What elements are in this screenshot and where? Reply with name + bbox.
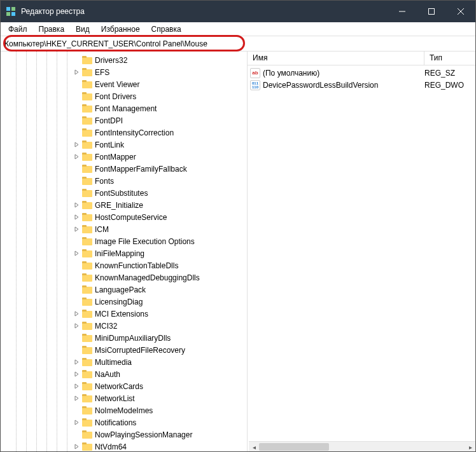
- expand-icon[interactable]: [72, 201, 81, 210]
- value-row[interactable]: 011 110DevicePasswordLessBuildVersionREG…: [248, 79, 475, 91]
- tree-node[interactable]: NaAuth: [1, 368, 247, 380]
- value-row[interactable]: ab(По умолчанию)REG_SZ: [248, 67, 475, 79]
- tree-node[interactable]: ICM: [1, 223, 247, 235]
- tree-node[interactable]: KnownFunctionTableDlls: [1, 259, 247, 271]
- tree-node-label: LicensingDiag: [95, 298, 143, 306]
- folder-icon: [82, 418, 92, 427]
- tree-node[interactable]: NowPlayingSessionManager: [1, 428, 247, 441]
- tree-node[interactable]: FontMapperFamilyFallback: [1, 163, 247, 175]
- value-type: REG_SZ: [424, 69, 475, 78]
- tree-node[interactable]: Drivers32: [1, 54, 247, 66]
- folder-icon: [82, 334, 92, 342]
- menu-help[interactable]: Справка: [146, 24, 186, 35]
- tree-panel[interactable]: Drivers32EFSEvent ViewerFont DriversFont…: [1, 51, 248, 451]
- tree-node[interactable]: NetworkList: [1, 392, 247, 404]
- expand-icon[interactable]: [72, 68, 81, 77]
- tree-node[interactable]: FontDPI: [1, 114, 247, 127]
- expand-icon[interactable]: [72, 249, 81, 258]
- tree-node[interactable]: NtVdm64: [1, 441, 247, 451]
- address-text: Компьютер\HKEY_CURRENT_USER\Control Pane…: [4, 39, 207, 48]
- col-type[interactable]: Тип: [424, 51, 475, 65]
- expand-icon[interactable]: [72, 322, 81, 331]
- expand-icon[interactable]: [72, 310, 81, 318]
- tree-node[interactable]: MCI32: [1, 320, 247, 332]
- folder-icon: [82, 406, 92, 414]
- app-icon: [6, 6, 16, 17]
- horizontal-scrollbar[interactable]: ◂ ▸: [249, 441, 475, 451]
- tree-node[interactable]: GRE_Initialize: [1, 199, 247, 211]
- folder-icon: [82, 92, 92, 100]
- tree-node-label: Fonts: [95, 177, 114, 186]
- scroll-thumb[interactable]: [259, 443, 329, 451]
- expand-icon[interactable]: [72, 442, 81, 451]
- tree-node[interactable]: Image File Execution Options: [1, 235, 247, 247]
- tree-node[interactable]: NetworkCards: [1, 380, 247, 392]
- minimize-button[interactable]: [388, 1, 417, 22]
- col-name[interactable]: Имя: [248, 51, 424, 65]
- tree-node[interactable]: KnownManagedDebuggingDlls: [1, 271, 247, 284]
- expand-icon[interactable]: [72, 225, 81, 234]
- tree-node[interactable]: MCI Extensions: [1, 308, 247, 320]
- folder-icon: [82, 153, 92, 161]
- tree-node[interactable]: FontLink: [1, 139, 247, 151]
- folder-icon: [82, 273, 92, 282]
- folder-icon: [82, 310, 92, 318]
- tree-node-label: HostComputeService: [95, 213, 167, 222]
- tree-node-label: MCI Extensions: [95, 310, 148, 318]
- tree-node-label: KnownFunctionTableDlls: [95, 261, 178, 270]
- folder-icon: [82, 177, 92, 185]
- expand-icon[interactable]: [72, 418, 81, 427]
- folder-icon: [82, 189, 92, 197]
- scroll-right-arrow[interactable]: ▸: [465, 442, 475, 452]
- svg-rect-2: [6, 12, 10, 16]
- tree-node[interactable]: FontSubstitutes: [1, 187, 247, 199]
- maximize-button[interactable]: [417, 1, 446, 22]
- tree-node-label: KnownManagedDebuggingDlls: [95, 273, 200, 282]
- expand-icon[interactable]: [72, 140, 81, 149]
- column-headers[interactable]: Имя Тип: [248, 51, 475, 65]
- menu-view[interactable]: Вид: [71, 24, 95, 35]
- tree-node[interactable]: IniFileMapping: [1, 247, 247, 259]
- expand-icon[interactable]: [72, 394, 81, 403]
- tree-node[interactable]: Font Management: [1, 102, 247, 114]
- tree-node[interactable]: HostComputeService: [1, 211, 247, 223]
- tree-node[interactable]: Fonts: [1, 175, 247, 187]
- tree-node-label: FontDPI: [95, 116, 123, 125]
- tree-node[interactable]: FontIntensityCorrection: [1, 127, 247, 139]
- menu-favorites[interactable]: Избранное: [96, 24, 145, 35]
- folder-icon: [82, 104, 92, 113]
- expand-icon[interactable]: [72, 370, 81, 379]
- tree-node[interactable]: EFS: [1, 66, 247, 78]
- close-button[interactable]: [446, 1, 475, 22]
- scroll-left-arrow[interactable]: ◂: [249, 442, 259, 452]
- tree-node[interactable]: NoImeModeImes: [1, 404, 247, 416]
- expand-icon[interactable]: [72, 153, 81, 161]
- tree-node-label: Font Management: [95, 104, 157, 113]
- tree-node[interactable]: Event Viewer: [1, 78, 247, 90]
- expand-icon[interactable]: [72, 358, 81, 367]
- expand-icon[interactable]: [72, 213, 81, 222]
- tree-node[interactable]: Notifications: [1, 416, 247, 428]
- title-bar: Редактор реестра: [1, 1, 475, 22]
- tree-node[interactable]: Font Drivers: [1, 90, 247, 102]
- folder-icon: [82, 140, 92, 149]
- menu-file[interactable]: Файл: [3, 24, 32, 35]
- tree-node[interactable]: MsiCorruptedFileRecovery: [1, 344, 247, 356]
- tree-node[interactable]: Multimedia: [1, 356, 247, 368]
- tree-node-label: Event Viewer: [95, 80, 139, 89]
- tree-node-label: IniFileMapping: [95, 249, 144, 258]
- tree-node[interactable]: MiniDumpAuxiliaryDlls: [1, 332, 247, 344]
- address-bar[interactable]: Компьютер\HKEY_CURRENT_USER\Control Pane…: [1, 36, 475, 51]
- tree-node[interactable]: LicensingDiag: [1, 296, 247, 308]
- folder-icon: [82, 430, 92, 439]
- tree-node-label: FontSubstitutes: [95, 189, 148, 198]
- tree-node[interactable]: LanguagePack: [1, 284, 247, 296]
- tree-node[interactable]: FontMapper: [1, 151, 247, 163]
- menu-edit[interactable]: Правка: [34, 24, 70, 35]
- folder-icon: [82, 285, 92, 294]
- folder-icon: [82, 261, 92, 270]
- folder-icon: [82, 165, 92, 173]
- tree-node-label: LanguagePack: [95, 285, 146, 294]
- expand-icon[interactable]: [72, 382, 81, 391]
- tree-node-label: ICM: [95, 225, 109, 234]
